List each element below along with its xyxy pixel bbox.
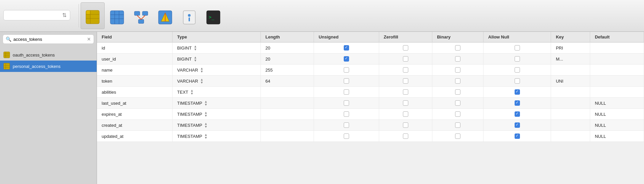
allow_null-cell[interactable] xyxy=(484,109,551,120)
allow_null-cell[interactable] xyxy=(484,54,551,65)
search-clear-icon[interactable]: ✕ xyxy=(87,36,91,42)
checkbox[interactable] xyxy=(455,133,460,139)
zerofill-cell[interactable] xyxy=(379,76,432,87)
tab-query[interactable]: >_ xyxy=(202,2,225,29)
table-row[interactable]: expires_at TIMESTAMP ▲▼ NULL xyxy=(97,109,644,120)
sort-arrows-icon[interactable]: ▲▼ xyxy=(200,67,203,73)
checkbox[interactable] xyxy=(515,89,520,95)
checkbox[interactable] xyxy=(515,133,520,139)
checkbox[interactable] xyxy=(403,67,408,73)
tab-table-info[interactable] xyxy=(178,2,201,29)
checkbox[interactable] xyxy=(455,67,460,73)
table-row[interactable]: abilities TEXT ▲▼ xyxy=(97,87,644,98)
unsigned-cell[interactable] xyxy=(314,76,379,87)
table-item-oauth[interactable]: oauth_access_tokens xyxy=(0,49,97,61)
checkbox[interactable] xyxy=(403,45,408,51)
zerofill-cell[interactable] xyxy=(379,54,432,65)
zerofill-cell[interactable] xyxy=(379,109,432,120)
checkbox[interactable] xyxy=(515,122,520,128)
table-row[interactable]: updated_at TIMESTAMP ▲▼ NULL xyxy=(97,131,644,142)
table-row[interactable]: token VARCHAR ▲▼ 64UNI xyxy=(97,76,644,87)
allow_null-cell[interactable] xyxy=(484,120,551,131)
checkbox[interactable] xyxy=(515,67,520,73)
checkbox[interactable] xyxy=(455,45,460,51)
db-dropdown[interactable]: ⇅ xyxy=(3,10,70,20)
checkbox[interactable] xyxy=(515,111,520,117)
checkbox[interactable] xyxy=(403,56,408,62)
sort-arrows-icon[interactable]: ▲▼ xyxy=(204,122,208,128)
unsigned-cell[interactable] xyxy=(314,65,379,76)
binary-cell[interactable] xyxy=(432,54,483,65)
binary-cell[interactable] xyxy=(432,76,483,87)
checkbox[interactable] xyxy=(403,133,408,139)
sort-arrows-icon[interactable]: ▲▼ xyxy=(194,56,197,62)
zerofill-cell[interactable] xyxy=(379,87,432,98)
tab-relations[interactable] xyxy=(129,2,153,29)
tab-triggers[interactable] xyxy=(153,2,177,29)
table-row[interactable]: user_id BIGINT ▲▼ 20M... xyxy=(97,54,644,65)
binary-cell[interactable] xyxy=(432,120,483,131)
binary-cell[interactable] xyxy=(432,109,483,120)
sort-arrows-icon[interactable]: ▲▼ xyxy=(200,78,203,84)
checkbox[interactable] xyxy=(344,100,349,106)
binary-cell[interactable] xyxy=(432,87,483,98)
unsigned-cell[interactable] xyxy=(314,98,379,109)
checkbox[interactable] xyxy=(455,56,460,62)
table-item-personal[interactable]: personal_access_tokens xyxy=(0,61,97,72)
checkbox[interactable] xyxy=(403,111,408,117)
search-input[interactable] xyxy=(13,37,87,42)
unsigned-cell[interactable] xyxy=(314,109,379,120)
binary-cell[interactable] xyxy=(432,98,483,109)
binary-cell[interactable] xyxy=(432,42,483,54)
sort-arrows-icon[interactable]: ▲▼ xyxy=(194,45,197,51)
checkbox[interactable] xyxy=(515,78,520,84)
checkbox[interactable] xyxy=(455,111,460,117)
allow_null-cell[interactable] xyxy=(484,65,551,76)
binary-cell[interactable] xyxy=(432,131,483,142)
zerofill-cell[interactable] xyxy=(379,131,432,142)
unsigned-cell[interactable] xyxy=(314,42,379,54)
tab-structure[interactable] xyxy=(81,2,105,29)
checkbox[interactable] xyxy=(344,45,349,51)
checkbox[interactable] xyxy=(344,56,349,62)
checkbox[interactable] xyxy=(455,78,460,84)
checkbox[interactable] xyxy=(344,67,349,73)
unsigned-cell[interactable] xyxy=(314,54,379,65)
sort-arrows-icon[interactable]: ▲▼ xyxy=(204,100,208,106)
checkbox[interactable] xyxy=(403,100,408,106)
checkbox[interactable] xyxy=(344,89,349,95)
checkbox[interactable] xyxy=(344,111,349,117)
checkbox[interactable] xyxy=(515,100,520,106)
zerofill-cell[interactable] xyxy=(379,120,432,131)
checkbox[interactable] xyxy=(344,122,349,128)
unsigned-cell[interactable] xyxy=(314,131,379,142)
checkbox[interactable] xyxy=(455,122,460,128)
checkbox[interactable] xyxy=(403,122,408,128)
zerofill-cell[interactable] xyxy=(379,98,432,109)
allow_null-cell[interactable] xyxy=(484,98,551,109)
zerofill-cell[interactable] xyxy=(379,65,432,76)
unsigned-cell[interactable] xyxy=(314,120,379,131)
allow_null-cell[interactable] xyxy=(484,76,551,87)
table-row[interactable]: created_at TIMESTAMP ▲▼ NULL xyxy=(97,120,644,131)
sort-arrows-icon[interactable]: ▲▼ xyxy=(190,89,194,95)
table-row[interactable]: id BIGINT ▲▼ 20PRI xyxy=(97,42,644,54)
checkbox[interactable] xyxy=(403,89,408,95)
checkbox[interactable] xyxy=(344,133,349,139)
checkbox[interactable] xyxy=(455,89,460,95)
allow_null-cell[interactable] xyxy=(484,87,551,98)
allow_null-cell[interactable] xyxy=(484,42,551,54)
unsigned-cell[interactable] xyxy=(314,87,379,98)
sort-arrows-icon[interactable]: ▲▼ xyxy=(204,111,208,117)
checkbox[interactable] xyxy=(515,56,520,62)
table-row[interactable]: last_used_at TIMESTAMP ▲▼ NULL xyxy=(97,98,644,109)
zerofill-cell[interactable] xyxy=(379,42,432,54)
table-row[interactable]: name VARCHAR ▲▼ 255 xyxy=(97,65,644,76)
tab-content[interactable] xyxy=(105,2,129,29)
checkbox[interactable] xyxy=(403,78,408,84)
sort-arrows-icon[interactable]: ▲▼ xyxy=(204,133,208,139)
binary-cell[interactable] xyxy=(432,65,483,76)
checkbox[interactable] xyxy=(455,100,460,106)
checkbox[interactable] xyxy=(344,78,349,84)
allow_null-cell[interactable] xyxy=(484,131,551,142)
